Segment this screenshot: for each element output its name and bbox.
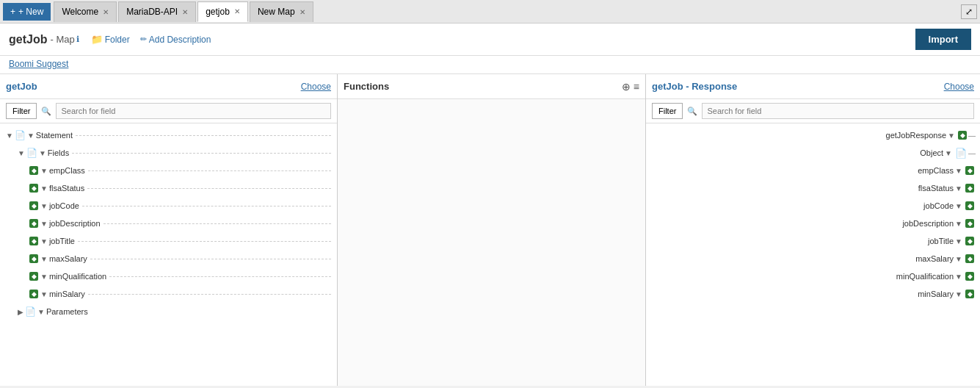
gem-icon: ◆: [965, 254, 974, 263]
gem-icon: ◆: [29, 290, 38, 298]
import-button[interactable]: Import: [915, 29, 971, 50]
left-filter-button[interactable]: Filter: [6, 103, 37, 119]
chevron-down-icon[interactable]: ▼: [955, 184, 962, 193]
tree-row[interactable]: ◆ ▼ empClass: [0, 162, 337, 179]
chevron-icon[interactable]: ▼: [39, 149, 46, 157]
gem-icon: ◆: [29, 184, 38, 193]
chevron-down-icon[interactable]: ▼: [955, 202, 962, 210]
chevron-icon[interactable]: ▼: [40, 290, 48, 298]
collapse-icon[interactable]: ▼: [6, 132, 13, 140]
boomi-suggest-link[interactable]: Boomi Suggest: [9, 59, 68, 69]
tree-row[interactable]: jobTitle ▼ ◆: [646, 232, 980, 250]
add-icon: ⊕: [622, 81, 631, 93]
close-icon[interactable]: ✕: [182, 8, 188, 16]
right-panel-title[interactable]: getJob - Response: [652, 81, 737, 92]
object-label: Object: [920, 148, 943, 157]
tree-row[interactable]: ▼ 📄 ▼ Fields: [0, 144, 337, 162]
chevron-down-icon[interactable]: ▼: [945, 149, 952, 157]
tab-mariadb[interactable]: MariaDB-API ✕: [118, 1, 196, 22]
chevron-down-icon[interactable]: ▼: [955, 273, 962, 281]
gem-icon: ◆: [965, 184, 974, 193]
tree-row[interactable]: ◆ ▼ maxSalary: [0, 250, 337, 267]
chevron-icon[interactable]: ▼: [40, 167, 48, 175]
tree-row[interactable]: ▶ 📄 ▼ Parameters: [0, 303, 337, 320]
chevron-down-icon[interactable]: ▼: [955, 237, 962, 245]
chevron-icon[interactable]: ▼: [40, 273, 48, 281]
tab-getjob[interactable]: getjob ✕: [197, 1, 248, 22]
connector-line: [72, 153, 331, 154]
chevron-down-icon[interactable]: ▼: [955, 290, 962, 298]
collapse-icon[interactable]: —: [968, 149, 976, 157]
gem-icon: ◆: [29, 272, 38, 281]
gem-icon: ◆: [965, 237, 974, 245]
gem-icon: ◆: [29, 237, 38, 245]
right-search-input[interactable]: [702, 103, 974, 119]
new-button[interactable]: + + New: [3, 3, 51, 21]
chevron-down-icon[interactable]: ▼: [955, 167, 962, 175]
expand-button[interactable]: ⤢: [961, 4, 977, 19]
add-function-button[interactable]: ⊕: [622, 81, 631, 93]
chevron-down-icon[interactable]: ▼: [948, 132, 955, 140]
node-label: Parameters: [46, 307, 88, 316]
right-filter-button[interactable]: Filter: [652, 103, 683, 119]
tree-row[interactable]: minQualification ▼ ◆: [646, 267, 980, 285]
chevron-down-icon[interactable]: ▼: [955, 255, 962, 263]
tree-row[interactable]: ◆ ▼ jobCode: [0, 197, 337, 215]
tree-row[interactable]: maxSalary ▼ ◆: [646, 250, 980, 267]
add-description-link[interactable]: ✏ Add Description: [140, 35, 211, 45]
tree-row[interactable]: jobCode ▼ ◆: [646, 197, 980, 215]
tab-welcome[interactable]: Welcome ✕: [54, 1, 117, 22]
chevron-icon[interactable]: ▼: [40, 237, 48, 245]
page-title: getJob: [9, 33, 47, 46]
list-function-button[interactable]: ≡: [634, 81, 639, 93]
gem-icon: ◆: [965, 290, 974, 298]
object-row[interactable]: Object ▼ 📄 —: [646, 144, 980, 162]
tree-row[interactable]: ◆ ▼ jobTitle: [0, 232, 337, 250]
doc-icon: 📄: [15, 130, 26, 140]
chevron-icon[interactable]: ▼: [40, 202, 48, 210]
close-icon[interactable]: ✕: [300, 8, 305, 16]
tree-row[interactable]: ▼ 📄 ▼ Statement: [0, 126, 337, 144]
tree-row[interactable]: jobDescription ▼ ◆: [646, 215, 980, 232]
tab-bar: + + New Welcome ✕ MariaDB-API ✕ getjob ✕…: [0, 0, 980, 24]
chevron-icon[interactable]: ▼: [37, 308, 45, 316]
tree-row[interactable]: empClass ▼ ◆: [646, 162, 980, 179]
left-search-input[interactable]: [56, 103, 331, 119]
tree-row[interactable]: ◆ ▼ flsaStatus: [0, 179, 337, 197]
tree-row[interactable]: minSalary ▼ ◆: [646, 285, 980, 303]
left-filter-label: Filter: [12, 107, 30, 115]
close-icon[interactable]: ✕: [103, 8, 109, 16]
right-panel: getJob - Response Choose Filter 🔍 getJob…: [646, 74, 980, 386]
chevron-icon[interactable]: ▼: [40, 255, 48, 263]
node-label: minSalary: [918, 290, 954, 298]
tab-newmap[interactable]: New Map ✕: [250, 1, 313, 22]
right-tree-area: getJobResponse ▼ ◆ — Object ▼ 📄 — empCla…: [646, 123, 980, 386]
chevron-icon[interactable]: ▼: [40, 220, 48, 228]
close-icon[interactable]: ✕: [234, 7, 240, 15]
collapse-icon[interactable]: —: [968, 132, 976, 140]
connector-line: [104, 223, 331, 224]
collapse-icon[interactable]: ▼: [18, 149, 25, 157]
chevron-icon[interactable]: ▼: [40, 184, 48, 193]
tree-row[interactable]: ◆ ▼ minSalary: [0, 285, 337, 303]
tree-row[interactable]: getJobResponse ▼ ◆ —: [646, 126, 980, 144]
node-label: empClass: [918, 166, 954, 175]
tree-row[interactable]: ◆ ▼ minQualification: [0, 267, 337, 285]
folder-link[interactable]: 📁 Folder: [91, 34, 130, 45]
expand-icon[interactable]: ▶: [18, 308, 23, 316]
tree-row[interactable]: ◆ ▼ jobDescription: [0, 215, 337, 232]
info-icon[interactable]: ℹ: [76, 35, 79, 44]
chevron-down-icon[interactable]: ▼: [955, 220, 962, 228]
right-choose-link[interactable]: Choose: [944, 82, 974, 92]
folder-icon: 📁: [91, 34, 103, 45]
tab-getjob-label: getjob: [206, 7, 230, 17]
pencil-icon: ✏: [140, 35, 147, 44]
connector-line: [82, 206, 331, 206]
gem-icon: ◆: [965, 201, 974, 210]
connector-line: [109, 276, 331, 277]
chevron-icon[interactable]: ▼: [27, 132, 35, 140]
left-choose-link[interactable]: Choose: [301, 82, 331, 92]
gem-icon: ◆: [965, 219, 974, 228]
tree-row[interactable]: flsaStatus ▼ ◆: [646, 179, 980, 197]
left-panel-title[interactable]: getJob: [6, 81, 37, 92]
